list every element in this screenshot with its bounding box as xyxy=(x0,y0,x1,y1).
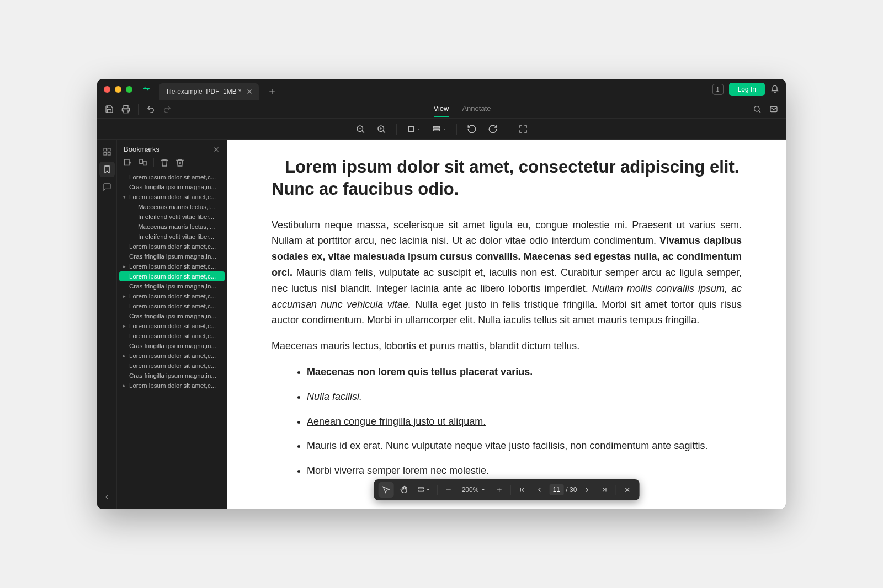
maximize-window-icon[interactable] xyxy=(126,86,132,93)
delete-all-bookmarks-icon[interactable] xyxy=(175,158,185,168)
chevron-right-icon[interactable]: ▸ xyxy=(121,353,127,359)
first-page-button[interactable] xyxy=(514,482,529,498)
bookmarks-panel-button[interactable] xyxy=(99,162,115,177)
zoom-out-button[interactable] xyxy=(352,121,369,137)
bookmark-item[interactable]: Lorem ipsum dolor sit amet,c... xyxy=(119,361,225,371)
bookmark-item[interactable]: ▾Lorem ipsum dolor sit amet,c... xyxy=(119,192,225,202)
svg-rect-11 xyxy=(125,159,129,165)
close-sidebar-icon[interactable] xyxy=(212,146,220,153)
bookmark-item[interactable]: Lorem ipsum dolor sit amet,c... xyxy=(119,172,225,182)
doc-list-item: Morbi viverra semper lorem nec molestie. xyxy=(307,463,742,479)
zoom-out-button[interactable] xyxy=(441,482,456,498)
bookmark-label: Lorem ipsum dolor sit amet,c... xyxy=(129,194,216,200)
bookmark-item[interactable]: Lorem ipsum dolor sit amet,c... xyxy=(119,242,225,252)
crop-tool-button[interactable] xyxy=(403,121,424,137)
separator xyxy=(508,124,508,135)
sidebar-title: Bookmarks xyxy=(124,145,159,153)
bookmark-item[interactable]: Lorem ipsum dolor sit amet,c... xyxy=(119,301,225,311)
mode-view[interactable]: View xyxy=(434,101,449,117)
bookmark-item[interactable]: ▸Lorem ipsum dolor sit amet,c... xyxy=(119,381,225,391)
bookmark-item[interactable]: Cras fringilla ipsum magna,in... xyxy=(119,281,225,291)
last-page-button[interactable] xyxy=(597,482,612,498)
bookmark-item[interactable]: ▸Lorem ipsum dolor sit amet,c... xyxy=(119,351,225,361)
hand-tool-button[interactable] xyxy=(396,482,412,498)
fullscreen-button[interactable] xyxy=(515,121,531,137)
rotate-right-button[interactable] xyxy=(485,121,501,137)
separator xyxy=(396,124,397,135)
bookmark-label: Lorem ipsum dolor sit amet,c... xyxy=(129,303,216,309)
bookmark-label: Lorem ipsum dolor sit amet,c... xyxy=(129,382,216,389)
print-button[interactable] xyxy=(119,103,132,116)
delete-bookmark-icon[interactable] xyxy=(159,158,169,168)
bookmark-label: Lorem ipsum dolor sit amet,c... xyxy=(129,333,216,339)
document-viewport[interactable]: Lorem ipsum dolor sit amet, consectetur … xyxy=(227,140,786,509)
separator xyxy=(510,485,510,495)
add-sub-bookmark-icon[interactable] xyxy=(138,158,148,168)
page-input[interactable] xyxy=(549,484,563,495)
email-button[interactable] xyxy=(767,103,780,116)
chevron-down-icon[interactable]: ▾ xyxy=(121,194,127,200)
svg-rect-7 xyxy=(104,148,107,151)
doc-list: Maecenas non lorem quis tellus placerat … xyxy=(272,364,742,479)
login-button[interactable]: Log In xyxy=(729,83,765,96)
bookmark-item[interactable]: Maecenas mauris lectus,l... xyxy=(119,202,225,212)
chevron-right-icon[interactable]: ▸ xyxy=(121,293,127,299)
save-button[interactable] xyxy=(103,103,116,116)
add-bookmark-icon[interactable] xyxy=(123,158,132,168)
bookmark-item[interactable]: ▸Lorem ipsum dolor sit amet,c... xyxy=(119,261,225,271)
bookmark-tree: Lorem ipsum dolor sit amet,c...Cras frin… xyxy=(117,172,227,509)
chevron-right-icon[interactable]: ▸ xyxy=(121,323,127,329)
bell-icon[interactable] xyxy=(770,85,779,94)
minimize-window-icon[interactable] xyxy=(115,86,121,93)
fit-mode-button[interactable] xyxy=(414,482,434,498)
rotate-left-button[interactable] xyxy=(464,121,480,137)
new-tab-button[interactable] xyxy=(265,85,279,98)
bookmark-item[interactable]: In eleifend velit vitae liber... xyxy=(119,232,225,242)
svg-rect-8 xyxy=(108,148,110,151)
bookmark-item[interactable]: Lorem ipsum dolor sit amet,c... xyxy=(119,331,225,341)
document-tab[interactable]: file-example_PDF_1MB * xyxy=(159,83,259,100)
bookmark-item[interactable]: In eleifend velit vitae liber... xyxy=(119,212,225,222)
svg-rect-12 xyxy=(140,159,142,164)
bookmark-item[interactable]: Cras fringilla ipsum magna,in... xyxy=(119,252,225,261)
doc-paragraph-2: Maecenas mauris lectus, lobortis et puru… xyxy=(272,338,742,354)
zoom-in-button[interactable] xyxy=(491,482,507,498)
chevron-right-icon[interactable]: ▸ xyxy=(121,264,127,269)
close-window-icon[interactable] xyxy=(104,86,110,93)
close-tab-icon[interactable] xyxy=(246,88,253,95)
bookmark-label: Lorem ipsum dolor sit amet,c... xyxy=(129,263,216,270)
bookmark-item[interactable]: Cras fringilla ipsum magna,in... xyxy=(119,182,225,192)
select-tool-button[interactable] xyxy=(379,482,394,498)
svg-rect-5 xyxy=(433,126,439,128)
next-page-button[interactable] xyxy=(579,482,594,498)
bookmark-label: Maecenas mauris lectus,l... xyxy=(138,223,215,230)
page-layout-button[interactable] xyxy=(429,121,450,137)
bookmark-item[interactable]: Cras fringilla ipsum magna,in... xyxy=(119,341,225,351)
search-button[interactable] xyxy=(751,103,764,116)
bookmark-label: Cras fringilla ipsum magna,in... xyxy=(129,313,216,319)
page-total: / 30 xyxy=(566,486,577,494)
zoom-in-button[interactable] xyxy=(373,121,390,137)
separator xyxy=(615,485,616,495)
bookmark-item[interactable]: ▸Lorem ipsum dolor sit amet,c... xyxy=(119,321,225,331)
bookmark-label: In eleifend velit vitae liber... xyxy=(138,233,214,240)
bookmark-label: Lorem ipsum dolor sit amet,c... xyxy=(129,352,216,359)
notification-count-badge[interactable]: 1 xyxy=(712,84,724,95)
redo-button[interactable] xyxy=(161,103,174,116)
bookmark-item[interactable]: Cras fringilla ipsum magna,in... xyxy=(119,311,225,321)
bookmark-item[interactable]: ▸Lorem ipsum dolor sit amet,c... xyxy=(119,291,225,301)
mode-annotate[interactable]: Annotate xyxy=(462,101,491,117)
undo-button[interactable] xyxy=(144,103,157,116)
close-toolbar-button[interactable] xyxy=(619,482,635,498)
chevron-right-icon[interactable]: ▸ xyxy=(121,383,127,388)
zoom-level-dropdown[interactable]: 200% xyxy=(459,486,490,494)
bookmark-item[interactable]: Cras fringilla ipsum magna,in... xyxy=(119,371,225,381)
collapse-sidebar-button[interactable] xyxy=(99,489,115,505)
bookmark-item[interactable]: Lorem ipsum dolor sit amet,c... xyxy=(119,271,225,281)
comments-panel-button[interactable] xyxy=(99,179,115,195)
svg-rect-13 xyxy=(143,161,146,165)
thumbnails-panel-button[interactable] xyxy=(99,144,115,159)
svg-rect-4 xyxy=(408,126,413,131)
prev-page-button[interactable] xyxy=(531,482,547,498)
bookmark-item[interactable]: Maecenas mauris lectus,l... xyxy=(119,222,225,232)
